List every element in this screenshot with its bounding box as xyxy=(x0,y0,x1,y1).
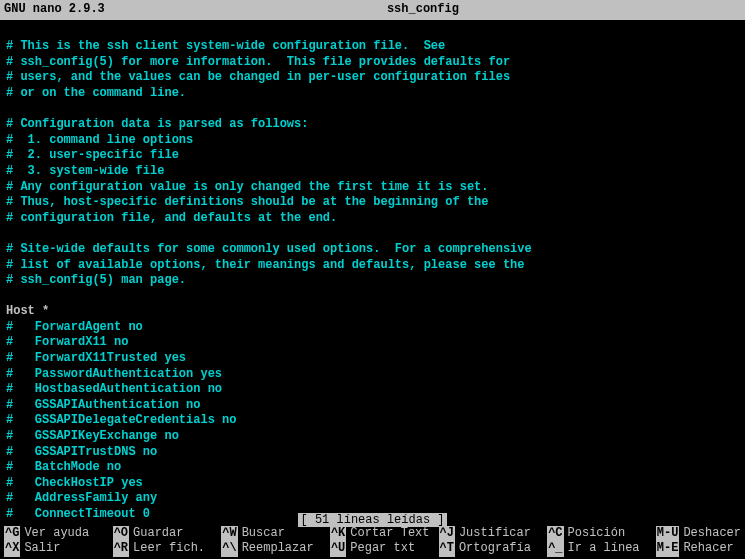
editor-line: # HostbasedAuthentication no xyxy=(6,382,739,398)
shortcut-item[interactable]: ^\Reemplazar xyxy=(221,541,328,557)
shortcut-item[interactable]: ^_Ir a línea xyxy=(547,541,654,557)
shortcut-bar: ^GVer ayuda^XSalir^OGuardar^RLeer fich.^… xyxy=(0,526,745,559)
shortcut-key: ^O xyxy=(113,526,129,542)
editor-line: # PasswordAuthentication yes xyxy=(6,367,739,383)
shortcut-label: Ortografía xyxy=(459,541,531,557)
editor-line: # configuration file, and defaults at th… xyxy=(6,211,739,227)
filename: ssh_config xyxy=(105,2,741,18)
shortcut-item[interactable]: ^RLeer fich. xyxy=(113,541,220,557)
shortcut-key: M-U xyxy=(656,526,680,542)
titlebar: GNU nano 2.9.3 ssh_config xyxy=(0,0,745,20)
shortcut-label: Pegar txt xyxy=(350,541,415,557)
shortcut-item[interactable]: ^JJustificar xyxy=(439,526,546,542)
shortcut-key: ^\ xyxy=(221,541,237,557)
shortcut-label: Ver ayuda xyxy=(24,526,89,542)
editor-line: # users, and the values can be changed i… xyxy=(6,70,739,86)
shortcut-key: ^_ xyxy=(547,541,563,557)
editor-line: # GSSAPITrustDNS no xyxy=(6,445,739,461)
editor-line: # Any configuration value is only change… xyxy=(6,180,739,196)
editor-line: # Thus, host-specific definitions should… xyxy=(6,195,739,211)
editor-line: # ssh_config(5) man page. xyxy=(6,273,739,289)
editor-line xyxy=(6,102,739,118)
shortcut-item[interactable]: ^UPegar txt xyxy=(330,541,437,557)
editor-line: # CheckHostIP yes xyxy=(6,476,739,492)
shortcut-item[interactable]: ^XSalir xyxy=(4,541,111,557)
shortcut-key: ^K xyxy=(330,526,346,542)
shortcut-item[interactable]: ^KCortar Text xyxy=(330,526,437,542)
shortcut-item[interactable]: ^TOrtografía xyxy=(439,541,546,557)
editor-line: # 1. command line options xyxy=(6,133,739,149)
editor-line: # ssh_config(5) for more information. Th… xyxy=(6,55,739,71)
editor-line: # list of available options, their meani… xyxy=(6,258,739,274)
shortcut-item[interactable]: ^WBuscar xyxy=(221,526,328,542)
shortcut-item[interactable]: ^GVer ayuda xyxy=(4,526,111,542)
editor-line xyxy=(6,24,739,40)
editor-line: # ForwardX11Trusted yes xyxy=(6,351,739,367)
shortcut-label: Cortar Text xyxy=(350,526,429,542)
host-directive: Host * xyxy=(6,304,739,320)
shortcut-label: Ir a línea xyxy=(568,541,640,557)
editor-line: # Site-wide defaults for some commonly u… xyxy=(6,242,739,258)
shortcut-item[interactable]: M-ERehacer xyxy=(656,541,741,557)
editor-line: # 2. user-specific file xyxy=(6,148,739,164)
shortcut-label: Posición xyxy=(568,526,626,542)
shortcut-key: ^U xyxy=(330,541,346,557)
shortcut-label: Reemplazar xyxy=(242,541,314,557)
shortcut-label: Guardar xyxy=(133,526,183,542)
editor-line: # 3. system-wide file xyxy=(6,164,739,180)
editor-line: # This is the ssh client system-wide con… xyxy=(6,39,739,55)
shortcut-key: ^R xyxy=(113,541,129,557)
editor-line: # BatchMode no xyxy=(6,460,739,476)
editor-line: # Configuration data is parsed as follow… xyxy=(6,117,739,133)
shortcut-label: Salir xyxy=(24,541,60,557)
shortcut-label: Buscar xyxy=(242,526,285,542)
shortcut-key: ^C xyxy=(547,526,563,542)
shortcut-key: ^X xyxy=(4,541,20,557)
editor-line xyxy=(6,226,739,242)
editor-line: # ForwardX11 no xyxy=(6,335,739,351)
shortcut-item[interactable]: M-UDeshacer xyxy=(656,526,741,542)
shortcut-label: Deshacer xyxy=(683,526,741,542)
editor-line: # GSSAPIAuthentication no xyxy=(6,398,739,414)
shortcut-label: Justificar xyxy=(459,526,531,542)
editor-line: # AddressFamily any xyxy=(6,491,739,507)
editor-line: # GSSAPIDelegateCredentials no xyxy=(6,413,739,429)
app-name: GNU nano 2.9.3 xyxy=(4,2,105,18)
editor-line: # or on the command line. xyxy=(6,86,739,102)
shortcut-key: ^J xyxy=(439,526,455,542)
shortcut-label: Leer fich. xyxy=(133,541,205,557)
shortcut-item[interactable]: ^OGuardar xyxy=(113,526,220,542)
editor-content[interactable]: # This is the ssh client system-wide con… xyxy=(0,20,745,527)
shortcut-key: ^W xyxy=(221,526,237,542)
editor-line xyxy=(6,289,739,305)
editor-line: # GSSAPIKeyExchange no xyxy=(6,429,739,445)
shortcut-label: Rehacer xyxy=(683,541,733,557)
shortcut-item[interactable]: ^CPosición xyxy=(547,526,654,542)
shortcut-key: ^G xyxy=(4,526,20,542)
editor-line: # ForwardAgent no xyxy=(6,320,739,336)
shortcut-key: ^T xyxy=(439,541,455,557)
shortcut-key: M-E xyxy=(656,541,680,557)
